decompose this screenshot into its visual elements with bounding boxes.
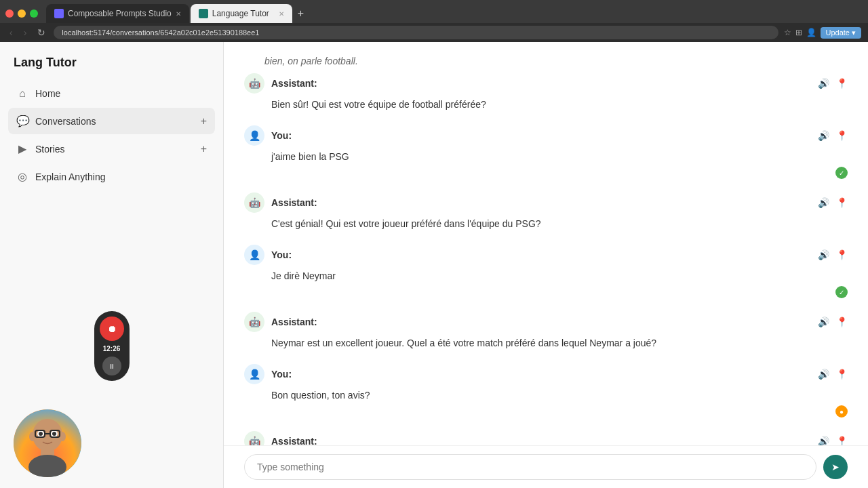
- app-container: Lang Tutor ⌂ Home 💬 Conversations + ▶ St…: [0, 42, 868, 488]
- tab-favicon-tutor: [199, 9, 208, 18]
- location-icon-3[interactable]: 📍: [836, 197, 848, 208]
- speaker-icon-6[interactable]: 🔊: [818, 369, 829, 380]
- close-window-btn[interactable]: [5, 9, 14, 18]
- forward-button[interactable]: ›: [21, 26, 30, 39]
- truncated-message: bien, on parle football.: [244, 49, 848, 73]
- status-dot-6: ●: [835, 405, 848, 418]
- input-area: ➤: [224, 445, 868, 488]
- message-header-7: 🤖 Assistant: 🔊 📍: [244, 431, 848, 445]
- extensions-icon[interactable]: ⊞: [795, 28, 802, 37]
- tab-tutor[interactable]: Language Tutor ✕: [191, 4, 292, 23]
- sidebar: Lang Tutor ⌂ Home 💬 Conversations + ▶ St…: [0, 42, 224, 488]
- message-body-5: Neymar est un excellent joueur. Quel a é…: [244, 336, 848, 350]
- message-header-2: 👤 You: 🔊 📍: [244, 125, 848, 146]
- message-block-4: 👤 You: 🔊 📍 Je dirè Neymar ✓: [244, 245, 848, 298]
- message-header-5: 🤖 Assistant: 🔊 📍: [244, 312, 848, 332]
- message-header-3: 🤖 Assistant: 🔊 📍: [244, 192, 848, 213]
- address-text: localhost:5174/conversations/6542a02c01e…: [62, 28, 259, 37]
- speaker-icon-7[interactable]: 🔊: [818, 436, 829, 445]
- update-button[interactable]: Update ▾: [821, 27, 861, 39]
- message-block-5: 🤖 Assistant: 🔊 📍 Neymar est un excellent…: [244, 312, 848, 350]
- pause-icon: ⏸: [108, 363, 115, 370]
- update-chevron: ▾: [852, 28, 856, 37]
- timer-record-button[interactable]: ⏺: [100, 317, 124, 341]
- speaker-icon-2[interactable]: 🔊: [818, 130, 829, 141]
- tab-label-tutor: Language Tutor: [212, 9, 269, 18]
- tab-close-tutor[interactable]: ✕: [279, 10, 284, 18]
- conversation-area[interactable]: bien, on parle football. 🤖 Assistant: 🔊 …: [224, 42, 868, 445]
- minimize-window-btn[interactable]: [18, 9, 26, 18]
- message-block-1: 🤖 Assistant: 🔊 📍 Bien sûr! Qui est votre…: [244, 73, 848, 112]
- message-actions-7: 🔊 📍: [818, 436, 848, 445]
- stories-add-button[interactable]: +: [201, 143, 207, 155]
- maximize-window-btn[interactable]: [30, 9, 38, 18]
- message-role-7: Assistant:: [271, 436, 317, 445]
- send-button[interactable]: ➤: [823, 455, 848, 479]
- message-block-2: 👤 You: 🔊 📍 j'aime bien la PSG ✓: [244, 125, 848, 179]
- message-text-3: C'est génial! Qui est votre joueur préfé…: [271, 218, 541, 229]
- chat-input[interactable]: [244, 454, 816, 480]
- browser-chrome: Composable Prompts Studio ✕ Language Tut…: [0, 0, 868, 42]
- message-status-4: ✓: [271, 283, 848, 298]
- speaker-icon-5[interactable]: 🔊: [818, 317, 829, 327]
- message-role-6: You:: [271, 369, 292, 380]
- profile-icon[interactable]: 👤: [806, 28, 816, 37]
- message-actions-3: 🔊 📍: [818, 197, 848, 208]
- avatar-image: [14, 409, 81, 477]
- message-text-6: Bon question, ton avis?: [271, 390, 370, 401]
- message-body-3: C'est génial! Qui est votre joueur préfé…: [244, 217, 848, 231]
- sidebar-item-explain[interactable]: ◎ Explain Anything: [8, 163, 215, 190]
- message-header-1: 🤖 Assistant: 🔊 📍: [244, 73, 848, 94]
- conversations-icon: 💬: [16, 115, 28, 127]
- main-content: bien, on parle football. 🤖 Assistant: 🔊 …: [224, 42, 868, 488]
- message-status-6: ●: [271, 403, 848, 418]
- stories-icon: ▶: [16, 142, 28, 155]
- bookmark-icon[interactable]: ☆: [784, 28, 791, 37]
- timer-widget: ⏺ 12:26 ⏸: [94, 311, 130, 381]
- message-actions-6: 🔊 📍: [818, 369, 848, 380]
- sidebar-item-home[interactable]: ⌂ Home: [8, 81, 215, 106]
- speaker-icon-1[interactable]: 🔊: [818, 78, 829, 89]
- nav-actions: ☆ ⊞ 👤 Update ▾: [784, 27, 861, 39]
- sidebar-nav: ⌂ Home 💬 Conversations + ▶ Stories +: [0, 81, 223, 293]
- message-role-3: Assistant:: [271, 197, 317, 208]
- tab-bar: Composable Prompts Studio ✕ Language Tut…: [0, 0, 868, 23]
- message-status-2: ✓: [271, 164, 848, 179]
- message-actions-5: 🔊 📍: [818, 317, 848, 327]
- home-icon: ⌂: [16, 87, 28, 100]
- conversations-add-button[interactable]: +: [201, 115, 207, 127]
- tab-close-composable[interactable]: ✕: [176, 10, 181, 18]
- sidebar-logo: Lang Tutor: [0, 42, 223, 81]
- location-icon-6[interactable]: 📍: [836, 369, 848, 380]
- message-body-2: j'aime bien la PSG ✓: [244, 150, 848, 179]
- assistant-avatar-7: 🤖: [244, 431, 264, 445]
- status-dot-2: ✓: [835, 167, 848, 179]
- record-icon: ⏺: [107, 323, 117, 334]
- user-avatar-2: 👤: [244, 125, 264, 146]
- avatar: [14, 409, 81, 477]
- user-avatar-container: [0, 399, 223, 488]
- location-icon-1[interactable]: 📍: [836, 78, 848, 89]
- tab-composable[interactable]: Composable Prompts Studio ✕: [46, 4, 189, 23]
- message-header-6: 👤 You: 🔊 📍: [244, 364, 848, 384]
- reload-button[interactable]: ↻: [35, 26, 48, 39]
- svg-point-9: [52, 432, 56, 436]
- back-button[interactable]: ‹: [7, 26, 16, 39]
- svg-point-1: [33, 419, 62, 451]
- new-tab-button[interactable]: +: [294, 7, 308, 20]
- svg-point-8: [39, 432, 43, 436]
- location-icon-7[interactable]: 📍: [836, 436, 848, 445]
- speaker-icon-3[interactable]: 🔊: [818, 197, 829, 208]
- timer-pause-button[interactable]: ⏸: [102, 357, 121, 375]
- tab-favicon-composable: [54, 9, 64, 18]
- location-icon-2[interactable]: 📍: [836, 130, 848, 141]
- message-role-1: Assistant:: [271, 78, 317, 89]
- speaker-icon-4[interactable]: 🔊: [818, 249, 829, 260]
- message-actions-2: 🔊 📍: [818, 130, 848, 141]
- sidebar-item-conversations[interactable]: 💬 Conversations +: [8, 108, 215, 134]
- location-icon-4[interactable]: 📍: [836, 249, 848, 260]
- location-icon-5[interactable]: 📍: [836, 317, 848, 327]
- sidebar-item-stories[interactable]: ▶ Stories +: [8, 136, 215, 162]
- timer-display: 12:26: [103, 345, 121, 352]
- address-bar[interactable]: localhost:5174/conversations/6542a02c01e…: [54, 26, 778, 39]
